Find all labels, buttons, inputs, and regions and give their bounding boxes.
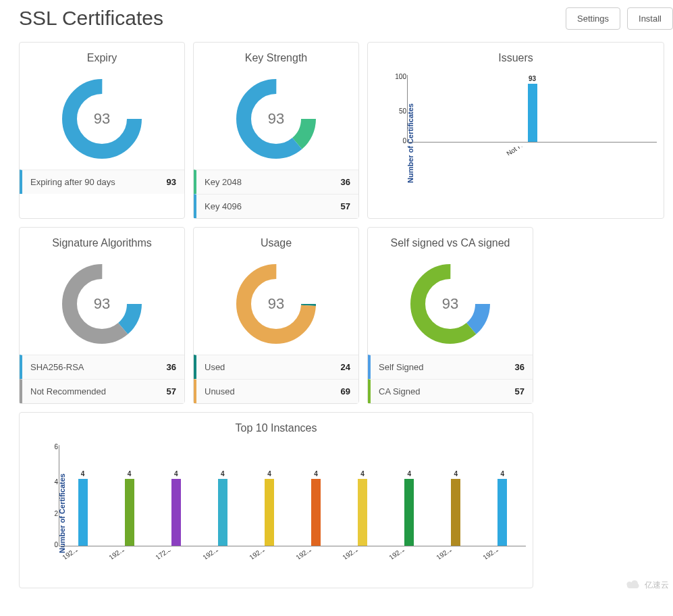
tick-label: 100 <box>395 74 406 80</box>
x-tick-label: 192.168.10.39 <box>248 550 290 559</box>
tick-label: 6 <box>54 444 58 451</box>
donut-chart-expiry[interactable]: 93 <box>20 68 184 170</box>
x-tick-label: 192.168.10.4 <box>388 550 431 559</box>
legend-value: 24 <box>341 362 350 372</box>
tick-label: 50 <box>399 108 406 115</box>
bar-column[interactable]: 4 <box>479 445 526 546</box>
bar-chart-top-instances[interactable]: Number of Certificates 6420 4444444444 1… <box>20 438 533 588</box>
bar-value-label: 4 <box>501 470 505 478</box>
bar <box>311 479 321 546</box>
bar-column[interactable]: 4 <box>433 445 479 546</box>
bar-value-label: 4 <box>267 470 271 478</box>
legend-item[interactable]: Key 409657 <box>194 194 358 218</box>
legend-label: Unused <box>205 386 235 396</box>
card-title: Expiry <box>20 43 184 68</box>
bar <box>404 479 414 546</box>
card-title: Top 10 Instances <box>20 413 533 438</box>
donut-total: 93 <box>268 110 284 128</box>
x-tick-label: 192.168.10.35 <box>61 550 103 559</box>
legend-value: 57 <box>167 386 176 396</box>
y-ticks: 6420 <box>42 445 58 546</box>
legend-item[interactable]: CA Signed57 <box>368 379 533 403</box>
card-top-instances: Top 10 Instances Number of Certificates … <box>19 412 533 588</box>
x-tick-label: 192.168.10.38 <box>201 550 244 559</box>
legend-value: 57 <box>515 386 524 396</box>
legend-item[interactable]: SHA256-RSA36 <box>20 355 184 379</box>
legend: SHA256-RSA36Not Recommended57 <box>20 355 184 403</box>
legend: Key 204836Key 409657 <box>194 170 358 218</box>
donut-chart-key-strength[interactable]: 93 <box>194 68 358 170</box>
settings-button[interactable]: Settings <box>566 7 620 30</box>
legend-item[interactable]: Key 204836 <box>194 170 358 194</box>
bar-column[interactable]: 4 <box>340 445 386 546</box>
legend-value: 93 <box>167 177 176 187</box>
x-tick-label: 192.168.10.33 <box>342 550 384 559</box>
legend-label: Self Signed <box>379 362 424 372</box>
bar <box>78 479 88 546</box>
x-labels: 192.168.10.35192.168.10.34172.30.200.103… <box>59 550 526 559</box>
bar-column[interactable]: 4 <box>59 445 106 546</box>
x-tick-label: 192.168.10. <box>481 550 524 559</box>
x-tick-label: Not Recommended <box>505 147 557 155</box>
legend-label: Used <box>205 362 225 372</box>
bar <box>265 479 274 546</box>
bar <box>528 84 537 142</box>
bar <box>218 479 227 546</box>
card-issuers: Issuers Number of Certificates 100500 93… <box>367 42 664 219</box>
x-tick-label: 192.168.10.36 <box>435 550 477 559</box>
card-title: Issuers <box>368 43 664 68</box>
x-tick-label: 192.168.10.31 <box>294 550 337 559</box>
bar-column[interactable]: 4 <box>199 445 246 546</box>
legend-item[interactable]: Used24 <box>194 355 358 379</box>
donut-total: 93 <box>268 295 284 313</box>
install-button[interactable]: Install <box>627 7 673 30</box>
card-signature-algorithms: Signature Algorithms 93 SHA256-RSA36Not … <box>19 227 185 404</box>
legend: Self Signed36CA Signed57 <box>368 355 533 403</box>
card-self-vs-ca: Self signed vs CA signed 93 Self Signed3… <box>367 227 533 404</box>
bar <box>451 479 460 546</box>
x-tick-label: 192.168.10.34 <box>108 550 151 559</box>
legend-label: SHA256-RSA <box>30 362 84 372</box>
bar-value-label: 4 <box>81 470 85 478</box>
bar-column[interactable]: 4 <box>153 445 199 546</box>
donut-total: 93 <box>442 295 458 313</box>
legend-label: CA Signed <box>379 386 420 396</box>
legend-label: Not Recommended <box>30 386 106 396</box>
legend: Expiring after 90 days93 <box>20 170 184 194</box>
legend-value: 36 <box>167 362 176 372</box>
bar-column[interactable]: 4 <box>106 445 153 546</box>
tick-label: 2 <box>54 511 58 517</box>
bar-plot: 100500 93 <box>407 75 657 143</box>
card-expiry: Expiry 93 Expiring after 90 days93 <box>19 42 185 219</box>
bar-column[interactable]: 4 <box>292 445 339 546</box>
legend-item[interactable]: Expiring after 90 days93 <box>20 170 184 194</box>
legend-value: 36 <box>515 362 524 372</box>
bar-column[interactable]: 4 <box>246 445 292 546</box>
donut-chart-self-ca[interactable]: 93 <box>368 253 533 355</box>
bar <box>125 479 134 546</box>
bar-chart-issuers[interactable]: Number of Certificates 100500 93 Not Rec… <box>368 68 664 218</box>
legend-item[interactable]: Not Recommended57 <box>20 379 184 403</box>
bars-row: 93 <box>408 75 657 142</box>
header-actions: Settings Install <box>566 7 673 30</box>
card-title: Key Strength <box>194 43 358 68</box>
bar-plot: 6420 4444444444 <box>59 445 526 546</box>
card-title: Self signed vs CA signed <box>368 228 533 253</box>
donut-chart-sig-algos[interactable]: 93 <box>20 253 184 355</box>
legend-item[interactable]: Self Signed36 <box>368 355 533 379</box>
legend: Used24Unused69 <box>194 355 358 403</box>
legend-label: Key 4096 <box>205 201 242 211</box>
tick-label: 0 <box>54 542 58 548</box>
bars-row: 4444444444 <box>59 445 526 546</box>
bar-column[interactable]: 93 <box>408 75 657 142</box>
bar <box>171 479 181 546</box>
bar-value-label: 4 <box>360 470 365 478</box>
card-title: Usage <box>194 228 358 253</box>
x-tick-label: 172.30.200.103 <box>155 550 197 559</box>
page-header: SSL Certificates Settings Install <box>19 7 673 30</box>
donut-chart-usage[interactable]: 93 <box>194 253 358 355</box>
legend-label: Expiring after 90 days <box>30 177 115 187</box>
legend-item[interactable]: Unused69 <box>194 379 358 403</box>
legend-value: 69 <box>341 386 350 396</box>
bar-column[interactable]: 4 <box>386 445 433 546</box>
